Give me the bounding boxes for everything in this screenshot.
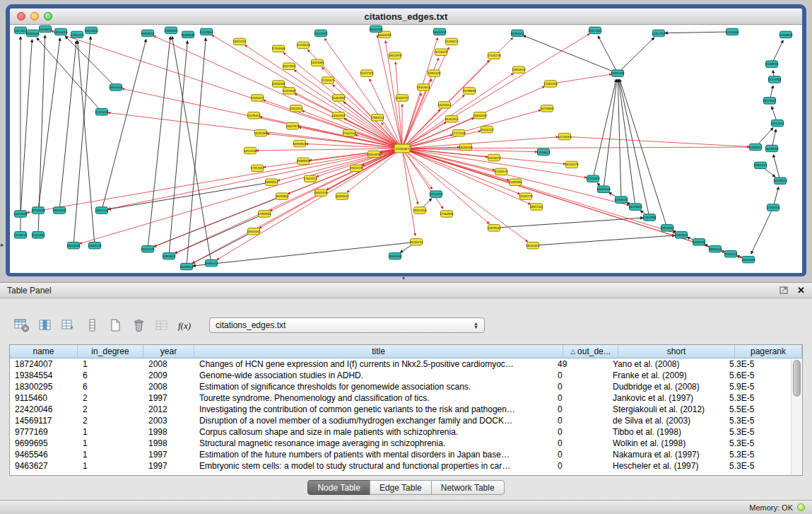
graph-node[interactable]: 18614050 [54, 28, 68, 35]
graph-node[interactable]: 21246674 [445, 38, 459, 45]
graph-node[interactable]: 16646539 [433, 28, 447, 35]
network-view[interactable]: 1724046716815322175543001822783512940034… [10, 25, 802, 273]
table-row[interactable]: 1830029562008Estimation of significance … [10, 381, 792, 392]
graph-node[interactable]: 19368581 [164, 27, 178, 33]
graph-node[interactable]: 17135278 [487, 52, 501, 59]
graph-node[interactable]: 15824747 [395, 95, 409, 101]
graph-node[interactable]: 17554300 [271, 45, 286, 52]
table-row[interactable]: 1872400712008Changes of HCN gene express… [10, 358, 792, 370]
graph-node[interactable]: 17893702 [370, 115, 384, 121]
graph-node[interactable]: 16815322 [233, 38, 247, 45]
collapse-arrow-icon[interactable]: ▸ [1, 242, 4, 248]
table-row[interactable]: 1456911722003Disruption of a novel membe… [10, 415, 792, 426]
graph-node[interactable]: 16758429 [434, 49, 448, 55]
column-visibility-button[interactable] [36, 317, 54, 334]
graph-node[interactable]: 19245012 [724, 250, 738, 257]
graph-node[interactable]: 14623954 [84, 27, 98, 33]
graph-node[interactable]: 12958742 [614, 197, 628, 203]
graph-node[interactable]: 17485309 [543, 81, 558, 87]
tab-network-table[interactable]: Network Table [431, 480, 505, 495]
graph-node[interactable]: 18368358 [296, 158, 310, 164]
graph-node[interactable]: 11078474 [247, 112, 261, 119]
graph-node[interactable]: 11016122 [481, 126, 494, 132]
graph-node[interactable]: 15068594 [765, 61, 779, 67]
table-row[interactable]: 911546021997Tourette syndrome. Phenomeno… [10, 392, 792, 404]
graph-node[interactable]: 15635412 [250, 95, 264, 101]
row-view-button[interactable] [83, 317, 101, 334]
close-window-button[interactable] [17, 12, 25, 21]
graph-node[interactable]: 14627879 [286, 122, 300, 129]
table-row[interactable]: 2242004622012Investigating the contribut… [10, 404, 792, 415]
graph-node[interactable]: 16961426 [427, 70, 441, 76]
graph-node[interactable]: 16079853 [628, 204, 642, 210]
graph-node[interactable]: 16852441 [753, 162, 767, 168]
graph-node[interactable]: 14526014 [38, 25, 52, 32]
graph-node[interactable]: 14850618 [512, 66, 526, 73]
graph-node[interactable]: 18489645 [181, 31, 195, 37]
graph-node[interactable]: 15310849 [282, 88, 296, 94]
create-column-button[interactable] [59, 317, 78, 334]
graph-node[interactable]: 15672874 [314, 30, 328, 36]
graph-node[interactable]: 11408939 [765, 145, 779, 151]
graph-node[interactable]: 16055709 [314, 189, 328, 196]
graph-node[interactable]: 15918803 [779, 31, 793, 37]
graph-node[interactable]: 13129854 [199, 28, 213, 35]
delete-table-button[interactable] [129, 317, 148, 334]
graph-node[interactable]: 18945402 [708, 245, 722, 252]
table-scrollbar[interactable] [791, 358, 802, 475]
graph-node[interactable]: 16135741 [409, 239, 423, 245]
graph-node[interactable]: 19050505 [247, 228, 261, 235]
graph-node[interactable]: 16046169 [459, 144, 473, 150]
graph-node[interactable]: 15930014 [204, 259, 218, 266]
table-row[interactable]: 977716911998Corpus callosum shape and si… [10, 426, 792, 438]
graph-node[interactable]: 19467294 [611, 70, 625, 76]
graph-node[interactable]: 15315059 [95, 109, 109, 115]
graph-node[interactable]: 16959943 [293, 140, 307, 146]
graph-node[interactable]: 13136202 [13, 232, 28, 238]
graph-node[interactable]: 18799693 [462, 88, 476, 94]
zoom-window-button[interactable] [44, 12, 52, 21]
graph-node[interactable]: 12965019 [70, 31, 84, 37]
graph-node[interactable]: 16262953 [445, 116, 459, 122]
column-header-year[interactable]: year [143, 345, 194, 358]
graph-node[interactable]: 18317361 [588, 27, 602, 33]
graph-node[interactable]: 12216063 [558, 133, 572, 139]
graph-node[interactable]: 17240467 [394, 144, 410, 153]
graph-node[interactable]: 12912767 [652, 30, 666, 36]
tab-node-table[interactable]: Node Table [307, 480, 370, 495]
graph-node[interactable]: 12116179 [495, 168, 508, 175]
graph-node[interactable]: 12620648 [13, 211, 28, 217]
graph-node[interactable]: 12226108 [296, 42, 310, 48]
graph-node[interactable]: 16239903 [275, 193, 289, 199]
graph-node[interactable]: 17999364 [257, 211, 271, 217]
graph-node[interactable]: 14595779 [519, 193, 533, 199]
graph-node[interactable]: 16501576 [141, 245, 155, 252]
graph-node[interactable]: 17357067 [250, 165, 264, 171]
graph-node[interactable]: 14661952 [331, 112, 346, 119]
graph-node[interactable]: 15159498 [31, 207, 45, 214]
graph-node[interactable]: 16945594 [388, 252, 402, 259]
graph-node[interactable]: 18665059 [596, 186, 611, 192]
graph-node[interactable]: 17007504 [342, 129, 356, 136]
graph-node[interactable]: 15672323 [360, 70, 374, 76]
graph-node[interactable]: 19734903 [540, 105, 554, 112]
column-header-pagerank[interactable]: pagerank [735, 345, 802, 358]
table-settings-button[interactable] [13, 317, 31, 334]
graph-node[interactable]: 15905142 [95, 207, 109, 214]
graph-node[interactable]: 16959822 [162, 252, 176, 259]
tab-edge-table[interactable]: Edge Table [370, 480, 432, 495]
graph-node[interactable]: 16642445 [369, 25, 383, 32]
close-panel-icon[interactable]: ✕ [797, 286, 805, 295]
table-row[interactable]: 969969511998Structural magnetic resonanc… [10, 438, 792, 449]
graph-node[interactable]: 18613979 [388, 52, 402, 59]
window-titlebar[interactable]: citations_edges.txt [10, 8, 802, 25]
graph-node[interactable]: 19561601 [416, 84, 430, 90]
graph-node[interactable]: 11554406 [726, 28, 739, 35]
graph-node[interactable]: 18058554 [180, 263, 194, 269]
table-row[interactable]: 1938455462009Genome-wide association stu… [10, 370, 792, 381]
graph-node[interactable]: 16959102 [141, 30, 155, 36]
graph-node[interactable]: 16642439 [473, 112, 487, 119]
graph-node[interactable]: 15015381 [31, 232, 45, 238]
graph-node[interactable]: 17507874 [303, 175, 317, 182]
graph-node[interactable]: 16816025 [25, 30, 40, 36]
